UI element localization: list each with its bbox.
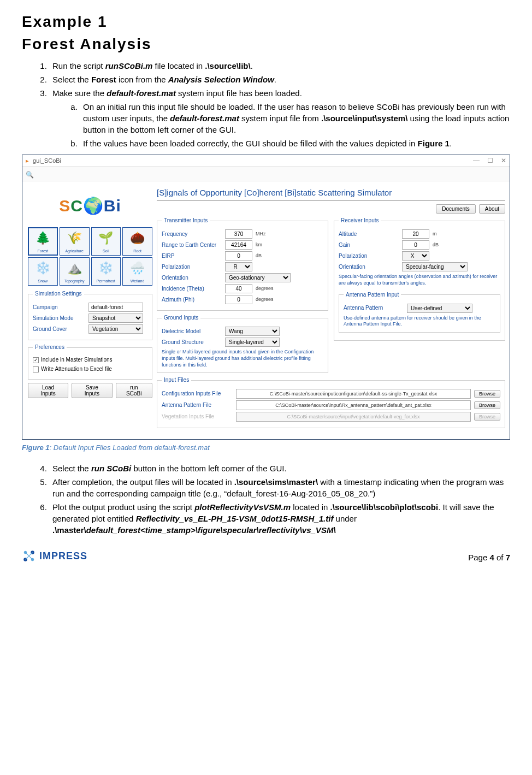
txt: under xyxy=(333,514,357,523)
ant-select[interactable]: User-defined xyxy=(407,304,472,313)
legend: Ground Inputs xyxy=(162,314,200,322)
path: .\source\lib\ xyxy=(205,61,250,70)
txt: If the values have been loaded correctly… xyxy=(83,139,418,148)
inc-input[interactable] xyxy=(225,284,252,293)
tile-soil[interactable]: 🌱Soil xyxy=(91,227,121,256)
checkbox-icon xyxy=(33,366,39,372)
tile-forest[interactable]: 🌲Forest xyxy=(28,227,58,256)
documents-button[interactable]: Documents xyxy=(436,204,476,214)
steps-list: Run the script runSCoBi.m file located i… xyxy=(49,60,510,149)
conf-label: Configuration Inputs File xyxy=(162,390,233,398)
unit: degrees xyxy=(256,296,274,303)
path: .\source\lib\scobi\plot\scobi xyxy=(330,502,439,512)
inc-label: Incidence (Theta) xyxy=(162,285,222,293)
veg-path: C:\SCoBi-master\source\input\vegetation\… xyxy=(236,412,471,422)
input-files-group: Input Files Configuration Inputs FileC:\… xyxy=(157,376,505,428)
pref-include-master[interactable]: ✓Include in Master Simulations xyxy=(33,356,147,364)
legend: Transmitter Inputs xyxy=(162,217,210,224)
file-name: default-forest.mat xyxy=(107,88,176,98)
alt-input[interactable] xyxy=(402,229,429,239)
ant-note: Use-defined antenna pattern for receiver… xyxy=(344,315,495,328)
maximize-icon[interactable]: ☐ xyxy=(487,156,493,165)
rxor-label: Orientation xyxy=(339,263,399,271)
about-button[interactable]: About xyxy=(479,204,505,214)
az-input[interactable] xyxy=(225,295,252,304)
conf-path[interactable]: C:\SCoBi-master\source\input\configurati… xyxy=(236,389,471,399)
soil-icon: 🌱 xyxy=(98,228,113,249)
diel-label: Dielectric Model xyxy=(162,328,222,335)
path: .\source\sims\master\ xyxy=(234,477,318,487)
substeps-3: On an initial run this input file should… xyxy=(80,101,510,149)
rxpol-select[interactable]: X xyxy=(402,251,429,261)
network-icon xyxy=(22,549,36,563)
tile-label: Agriculture xyxy=(65,249,83,254)
simmode-select[interactable]: Snapshot xyxy=(88,313,143,323)
txt: Select the xyxy=(52,464,91,473)
txpol-select[interactable]: R xyxy=(225,262,252,271)
legend: Receiver Inputs xyxy=(339,217,381,224)
step-5: After completion, the output files will … xyxy=(49,476,510,499)
tile-topography[interactable]: ⛰️Topography xyxy=(60,257,90,286)
az-label: Azimuth (Phi) xyxy=(162,296,222,304)
tile-agriculture[interactable]: 🌾Agriculture xyxy=(60,227,90,256)
forest-icon: 🌲 xyxy=(36,228,50,249)
rxor-select[interactable]: Specular-facing xyxy=(402,262,468,271)
topography-icon: ⛰️ xyxy=(67,258,82,279)
load-inputs-button[interactable]: Load Inputs xyxy=(28,383,68,398)
ant-label: Antenna Pattern xyxy=(344,304,404,312)
legend: Input Files xyxy=(162,376,191,384)
eirp-label: EIRP xyxy=(162,252,222,260)
unit: MHz xyxy=(256,230,266,238)
current-page: 4 xyxy=(489,553,494,562)
gstruct-select[interactable]: Single-layered xyxy=(225,338,280,347)
ant-path[interactable]: C:\SCoBi-master\source\input\Rx_antenna_… xyxy=(236,400,471,410)
gain-input[interactable] xyxy=(402,240,429,250)
script-name: runSCoBi.m xyxy=(105,61,153,70)
save-inputs-button[interactable]: Save Inputs xyxy=(72,383,113,398)
zoom-icon[interactable]: 🔍 xyxy=(26,171,34,179)
txt: Page xyxy=(468,553,489,562)
tile-snow[interactable]: ❄️Snow xyxy=(28,257,58,286)
txt: icon from the xyxy=(116,75,168,84)
unit: dB xyxy=(433,241,439,249)
groundcover-label: Ground Cover xyxy=(33,326,85,333)
receiver-inputs-group: Receiver Inputs Altitudem GaindB Polariz… xyxy=(334,217,505,341)
browse-ant-button[interactable]: Browse xyxy=(474,401,500,409)
range-input[interactable] xyxy=(225,240,252,250)
tile-wetland[interactable]: 🌧️Wetland xyxy=(122,257,152,286)
scobi-logo: SC🌍Bi xyxy=(28,187,152,225)
groundcover-select[interactable]: Vegetation xyxy=(88,324,143,334)
snow-icon: ❄️ xyxy=(36,258,50,279)
tile-label: Permafrost xyxy=(97,279,115,284)
txt: button in the bottom left corner of the … xyxy=(131,464,286,473)
txt: system input file from xyxy=(239,114,321,123)
file-name: default-forest.mat xyxy=(170,114,239,123)
checkbox-checked-icon: ✓ xyxy=(33,357,39,363)
fig-ref: Figure 1 xyxy=(418,139,450,148)
browse-conf-button[interactable]: Browse xyxy=(474,390,500,398)
file-name: Reflectivity_vs_EL-PH_15-VSM_0dot15-RMSH… xyxy=(136,514,334,523)
txt: . xyxy=(251,61,253,70)
pref-write-atten[interactable]: Write Attenuation to Excel file xyxy=(33,365,147,373)
preferences-group: Preferences ✓Include in Master Simulatio… xyxy=(28,344,152,380)
minimize-icon[interactable]: — xyxy=(473,156,480,165)
step-2: Select the Forest icon from the Analysis… xyxy=(49,74,510,85)
eirp-input[interactable] xyxy=(225,251,252,261)
icon-name: Forest xyxy=(91,75,116,84)
txor-select[interactable]: Geo-stationary xyxy=(225,273,291,282)
antfile-label: Antenna Pattern File xyxy=(162,401,233,409)
tile-permafrost[interactable]: ❄️Permafrost xyxy=(91,257,121,286)
transmitter-inputs-group: Transmitter Inputs FrequencyMHz Range to… xyxy=(157,217,328,311)
diel-select[interactable]: Wang xyxy=(225,327,280,336)
matlab-icon: ▸ xyxy=(26,157,29,164)
step-3: Make sure the default-forest.mat system … xyxy=(49,87,510,149)
vegfile-label: Vegetation Inputs File xyxy=(162,413,233,421)
range-label: Range to Earth Center xyxy=(162,241,222,249)
close-icon[interactable]: ✕ xyxy=(501,156,506,165)
tile-root[interactable]: 🌰Root xyxy=(122,227,152,256)
txor-label: Orientation xyxy=(162,274,222,282)
freq-input[interactable] xyxy=(225,229,252,239)
run-scobi-button[interactable]: run SCoBi xyxy=(116,383,152,398)
campaign-input[interactable] xyxy=(88,303,143,312)
tile-label: Wetland xyxy=(131,279,145,284)
